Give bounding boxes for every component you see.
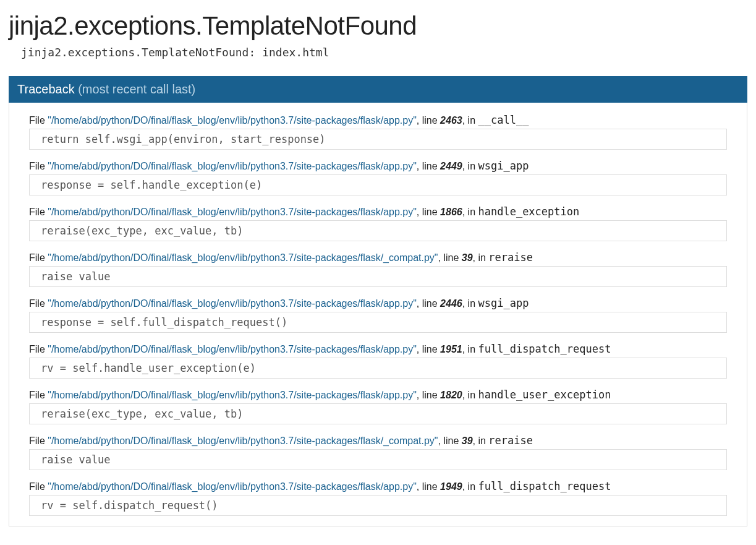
line-number: 1951 xyxy=(440,344,462,354)
exception-line: jinja2.exceptions.TemplateNotFound: inde… xyxy=(21,46,747,59)
sep: , in xyxy=(473,436,489,446)
stack-frame[interactable]: File "/home/abd/python/DO/final/flask_bl… xyxy=(29,114,727,150)
sep: , line xyxy=(417,115,440,126)
stack-frame[interactable]: File "/home/abd/python/DO/final/flask_bl… xyxy=(29,160,727,195)
sep: , line xyxy=(417,161,440,171)
sep: , in xyxy=(462,390,478,400)
file-label: File xyxy=(29,390,45,400)
code-line[interactable]: reraise(exc_type, exc_value, tb) xyxy=(29,403,727,424)
line-number: 2463 xyxy=(440,115,462,126)
function-name: handle_exception xyxy=(478,205,579,218)
stack-frame[interactable]: File "/home/abd/python/DO/final/flask_bl… xyxy=(29,434,727,470)
function-name: full_dispatch_request xyxy=(478,343,611,355)
line-number: 1820 xyxy=(440,390,462,400)
sep: , in xyxy=(462,344,478,354)
code-line[interactable]: return self.wsgi_app(environ, start_resp… xyxy=(29,129,727,150)
stack-frame[interactable]: File "/home/abd/python/DO/final/flask_bl… xyxy=(29,480,727,516)
function-name: reraise xyxy=(488,434,533,447)
file-label: File xyxy=(29,115,45,126)
stack-frame[interactable]: File "/home/abd/python/DO/final/flask_bl… xyxy=(29,343,727,379)
function-name: __call__ xyxy=(478,114,529,126)
function-name: wsgi_app xyxy=(478,297,529,309)
sep: , in xyxy=(462,161,478,171)
line-number: 39 xyxy=(462,252,473,263)
frame-head: File "/home/abd/python/DO/final/flask_bl… xyxy=(29,114,727,126)
sep: , in xyxy=(462,207,478,217)
frame-head: File "/home/abd/python/DO/final/flask_bl… xyxy=(29,251,727,264)
file-path: "/home/abd/python/DO/final/flask_blog/en… xyxy=(48,115,417,126)
file-path: "/home/abd/python/DO/final/flask_blog/en… xyxy=(48,481,417,492)
file-path: "/home/abd/python/DO/final/flask_blog/en… xyxy=(48,436,438,446)
file-label: File xyxy=(29,436,45,446)
file-label: File xyxy=(29,252,45,263)
stack-frame[interactable]: File "/home/abd/python/DO/final/flask_bl… xyxy=(29,251,727,287)
line-number: 2449 xyxy=(440,161,462,171)
sep: , in xyxy=(462,298,478,309)
frame-head: File "/home/abd/python/DO/final/flask_bl… xyxy=(29,297,727,309)
file-label: File xyxy=(29,481,45,492)
sep: , in xyxy=(473,252,489,263)
sep: , line xyxy=(417,344,440,354)
file-path: "/home/abd/python/DO/final/flask_blog/en… xyxy=(48,298,417,309)
file-label: File xyxy=(29,207,45,217)
sep: , line xyxy=(417,298,440,309)
sep: , in xyxy=(462,115,478,126)
code-line[interactable]: response = self.handle_exception(e) xyxy=(29,174,727,195)
code-line[interactable]: raise value xyxy=(29,449,727,470)
frame-head: File "/home/abd/python/DO/final/flask_bl… xyxy=(29,434,727,447)
function-name: reraise xyxy=(488,251,533,264)
line-number: 39 xyxy=(462,436,473,446)
traceback-body: File "/home/abd/python/DO/final/flask_bl… xyxy=(9,103,747,526)
line-number: 1866 xyxy=(440,207,462,217)
sep: , line xyxy=(417,390,440,400)
function-name: wsgi_app xyxy=(478,160,529,172)
stack-frame[interactable]: File "/home/abd/python/DO/final/flask_bl… xyxy=(29,205,727,241)
traceback-header: Traceback (most recent call last) xyxy=(9,76,747,103)
frame-head: File "/home/abd/python/DO/final/flask_bl… xyxy=(29,160,727,172)
code-line[interactable]: rv = self.handle_user_exception(e) xyxy=(29,358,727,379)
frame-head: File "/home/abd/python/DO/final/flask_bl… xyxy=(29,388,727,401)
file-path: "/home/abd/python/DO/final/flask_blog/en… xyxy=(48,207,417,217)
frame-head: File "/home/abd/python/DO/final/flask_bl… xyxy=(29,205,727,218)
file-path: "/home/abd/python/DO/final/flask_blog/en… xyxy=(48,252,438,263)
frame-head: File "/home/abd/python/DO/final/flask_bl… xyxy=(29,480,727,492)
function-name: handle_user_exception xyxy=(478,388,611,401)
sep: , line xyxy=(438,252,462,263)
function-name: full_dispatch_request xyxy=(478,480,611,492)
traceback-label: Traceback xyxy=(17,82,75,96)
code-line[interactable]: rv = self.dispatch_request() xyxy=(29,495,727,516)
exception-title: jinja2.exceptions.TemplateNotFound xyxy=(9,11,747,41)
file-path: "/home/abd/python/DO/final/flask_blog/en… xyxy=(48,344,417,354)
file-path: "/home/abd/python/DO/final/flask_blog/en… xyxy=(48,390,417,400)
sep: , line xyxy=(417,481,440,492)
line-number: 1949 xyxy=(440,481,462,492)
sep: , in xyxy=(462,481,478,492)
file-path: "/home/abd/python/DO/final/flask_blog/en… xyxy=(48,161,417,171)
file-label: File xyxy=(29,161,45,171)
stack-frame[interactable]: File "/home/abd/python/DO/final/flask_bl… xyxy=(29,297,727,333)
code-line[interactable]: raise value xyxy=(29,266,727,287)
code-line[interactable]: reraise(exc_type, exc_value, tb) xyxy=(29,220,727,241)
stack-frame[interactable]: File "/home/abd/python/DO/final/flask_bl… xyxy=(29,388,727,424)
frame-head: File "/home/abd/python/DO/final/flask_bl… xyxy=(29,343,727,355)
sep: , line xyxy=(417,207,440,217)
file-label: File xyxy=(29,344,45,354)
file-label: File xyxy=(29,298,45,309)
code-line[interactable]: response = self.full_dispatch_request() xyxy=(29,312,727,333)
line-number: 2446 xyxy=(440,298,462,309)
traceback-paren: (most recent call last) xyxy=(78,82,195,96)
sep: , line xyxy=(438,436,462,446)
